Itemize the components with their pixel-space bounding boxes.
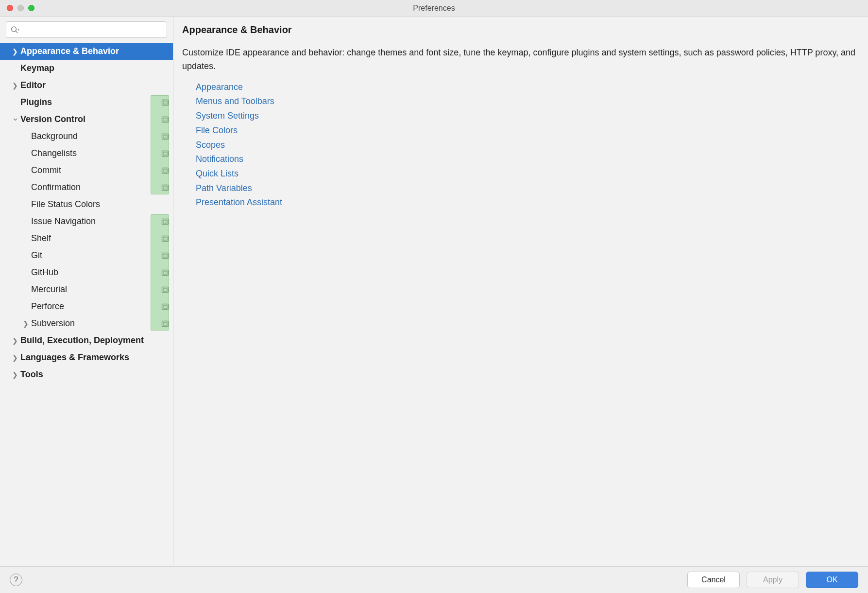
tree-item-label: Tools	[20, 369, 169, 380]
tree-row[interactable]: ❯Tools	[0, 366, 173, 383]
chevron-down-icon[interactable]: ⌄	[11, 112, 19, 123]
tree-item-label: Issue Navigation	[31, 216, 159, 227]
tree-item-label: Keymap	[20, 63, 169, 73]
svg-rect-13	[163, 186, 167, 189]
tree-row[interactable]: Keymap	[0, 60, 173, 77]
project-level-icon	[161, 167, 169, 174]
tree-item-label: Perforce	[31, 301, 159, 312]
tree-row[interactable]: ❯Languages & Frameworks	[0, 349, 173, 366]
tree-item-label: Editor	[20, 80, 169, 90]
help-button[interactable]: ?	[10, 574, 22, 586]
tree-row[interactable]: ❯Build, Execution, Deployment	[0, 332, 173, 349]
zoom-icon[interactable]	[28, 5, 34, 11]
tree-item-label: Plugins	[20, 97, 159, 107]
dialog-footer: ? Cancel Apply OK	[0, 566, 868, 593]
tree-item-label: Changelists	[31, 148, 159, 158]
window-controls	[0, 5, 34, 11]
tree-row[interactable]: ❯Editor	[0, 77, 173, 94]
subpage-link[interactable]: System Settings	[196, 109, 859, 123]
tree-row[interactable]: Perforce	[0, 298, 173, 315]
tree-row[interactable]: ❯Subversion	[0, 315, 173, 332]
subpage-link[interactable]: Scopes	[196, 138, 859, 153]
svg-rect-5	[163, 118, 167, 121]
subpage-link[interactable]: File Colors	[196, 123, 859, 138]
project-level-icon	[161, 218, 169, 225]
tree-row[interactable]: ❯Appearance & Behavior	[0, 43, 173, 60]
subpage-link[interactable]: Menus and Toolbars	[196, 94, 859, 109]
cancel-button[interactable]: Cancel	[687, 572, 740, 588]
search-wrap	[0, 17, 173, 42]
project-level-icon	[161, 150, 169, 157]
tree-row[interactable]: Git	[0, 247, 173, 264]
detail-pane: Appearance & Behavior Customize IDE appe…	[173, 17, 868, 566]
svg-rect-3	[163, 101, 167, 104]
svg-line-1	[16, 31, 17, 33]
tree-row[interactable]: Shelf	[0, 230, 173, 247]
tree-item-label: Appearance & Behavior	[20, 46, 169, 56]
page-description: Customize IDE appearance and behavior: c…	[182, 46, 859, 73]
tree-item-label: Languages & Frameworks	[20, 352, 169, 363]
project-level-icon	[161, 133, 169, 140]
tree-row[interactable]: ⌄Version Control	[0, 111, 173, 128]
svg-rect-19	[163, 254, 167, 257]
tree-row[interactable]: Commit	[0, 162, 173, 179]
svg-rect-15	[163, 220, 167, 223]
apply-button: Apply	[747, 572, 799, 588]
tree-item-label: Confirmation	[31, 182, 159, 192]
tree-row[interactable]: Plugins	[0, 94, 173, 111]
subpage-link[interactable]: Quick Lists	[196, 167, 859, 181]
tree-item-label: Subversion	[31, 318, 159, 329]
search-icon	[10, 25, 20, 34]
project-level-icon	[161, 116, 169, 123]
tree-row[interactable]: Issue Navigation	[0, 213, 173, 230]
subpage-link[interactable]: Path Variables	[196, 181, 859, 196]
content-split: ❯Appearance & BehaviorKeymap❯EditorPlugi…	[0, 17, 868, 566]
titlebar: Preferences	[0, 0, 868, 17]
tree-item-label: Version Control	[20, 114, 159, 124]
chevron-right-icon[interactable]: ❯	[11, 48, 19, 55]
chevron-right-icon[interactable]: ❯	[11, 354, 19, 362]
svg-rect-27	[163, 322, 167, 325]
tree-item-label: Mercurial	[31, 284, 159, 295]
search-input[interactable]	[21, 25, 163, 34]
tree-row[interactable]: GitHub	[0, 264, 173, 281]
project-level-icon	[161, 99, 169, 106]
svg-rect-17	[163, 237, 167, 240]
tree-row[interactable]: Mercurial	[0, 281, 173, 298]
page-title: Appearance & Behavior	[182, 24, 859, 35]
minimize-icon[interactable]	[17, 5, 24, 11]
svg-rect-25	[163, 305, 167, 308]
project-level-icon	[161, 269, 169, 276]
tree-item-label: Background	[31, 131, 159, 141]
tree-item-label: File Status Colors	[31, 199, 169, 209]
settings-tree[interactable]: ❯Appearance & BehaviorKeymap❯EditorPlugi…	[0, 42, 173, 566]
tree-row[interactable]: Changelists	[0, 145, 173, 162]
chevron-right-icon[interactable]: ❯	[11, 371, 19, 379]
project-level-icon	[161, 320, 169, 327]
svg-rect-7	[163, 135, 167, 138]
tree-item-label: Build, Execution, Deployment	[20, 335, 169, 346]
tree-row[interactable]: File Status Colors	[0, 196, 173, 213]
svg-rect-23	[163, 288, 167, 291]
close-icon[interactable]	[7, 5, 13, 11]
subpage-link[interactable]: Presentation Assistant	[196, 195, 859, 210]
chevron-right-icon[interactable]: ❯	[11, 337, 19, 345]
project-level-icon	[161, 235, 169, 242]
chevron-right-icon[interactable]: ❯	[11, 82, 19, 89]
tree-row[interactable]: Confirmation	[0, 179, 173, 196]
svg-rect-11	[163, 169, 167, 172]
window-title: Preferences	[0, 4, 868, 13]
subpage-link[interactable]: Appearance	[196, 80, 859, 95]
project-level-icon	[161, 303, 169, 310]
chevron-right-icon[interactable]: ❯	[21, 320, 30, 328]
sidebar: ❯Appearance & BehaviorKeymap❯EditorPlugi…	[0, 17, 173, 566]
tree-item-label: GitHub	[31, 267, 159, 278]
search-box[interactable]	[6, 21, 167, 38]
ok-button[interactable]: OK	[806, 572, 858, 588]
tree-row[interactable]: Background	[0, 128, 173, 145]
subpage-link[interactable]: Notifications	[196, 152, 859, 167]
svg-rect-9	[163, 152, 167, 155]
project-level-icon	[161, 252, 169, 259]
project-level-icon	[161, 184, 169, 191]
subpage-links: AppearanceMenus and ToolbarsSystem Setti…	[182, 80, 859, 210]
